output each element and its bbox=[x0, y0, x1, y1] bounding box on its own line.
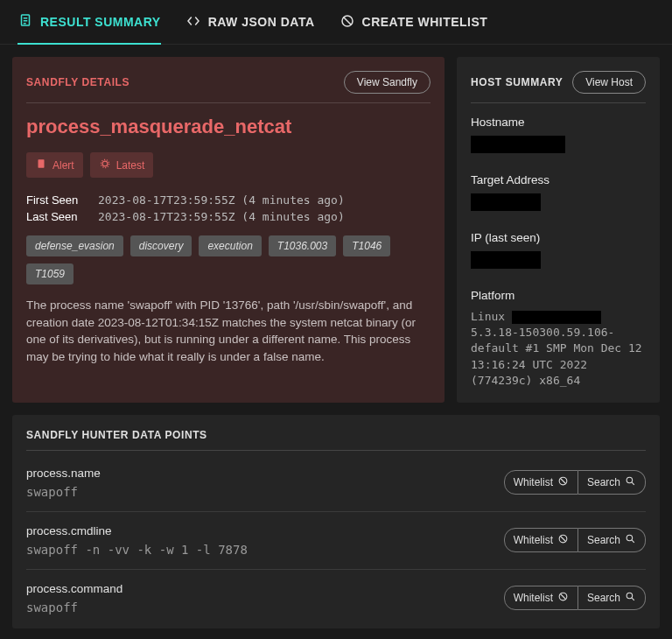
view-host-button[interactable]: View Host bbox=[572, 71, 646, 94]
whitelist-button[interactable]: Whitelist bbox=[504, 528, 578, 552]
tag-t1046[interactable]: T1046 bbox=[343, 235, 390, 256]
data-point-key: process.cmdline bbox=[26, 524, 494, 537]
tab-create-whitelist[interactable]: CREATE WHITELIST bbox=[340, 0, 488, 44]
data-point-key: process.name bbox=[26, 467, 494, 480]
sandfly-title: process_masquerade_netcat bbox=[26, 116, 430, 138]
hunter-heading: SANDFLY HUNTER DATA POINTS bbox=[26, 429, 646, 451]
tag-discovery[interactable]: discovery bbox=[130, 235, 192, 256]
view-sandfly-button[interactable]: View Sandfly bbox=[344, 71, 430, 94]
svg-point-6 bbox=[626, 478, 633, 484]
tab-result-summary[interactable]: RESULT SUMMARY bbox=[18, 0, 161, 45]
sandfly-description: The process name 'swapoff' with PID '137… bbox=[26, 297, 430, 365]
sandfly-details-panel: SANDFLY DETAILS View Sandfly process_mas… bbox=[12, 57, 444, 403]
alert-pill: Alert bbox=[26, 152, 83, 178]
svg-rect-2 bbox=[38, 159, 45, 167]
platform-value: Linux 5.3.18-150300.59.106-default #1 SM… bbox=[471, 309, 646, 389]
target-address-label: Target Address bbox=[471, 173, 646, 186]
data-point-value: swapoff -n -vv -k -w 1 -l 7878 bbox=[26, 543, 494, 557]
host-summary-heading: HOST SUMMARY bbox=[471, 76, 563, 88]
prohibit-icon bbox=[557, 533, 569, 547]
data-point-value: swapoff bbox=[26, 600, 494, 614]
clipboard-icon bbox=[18, 12, 33, 31]
code-icon bbox=[186, 13, 201, 32]
last-seen-label: Last Seen bbox=[26, 210, 84, 223]
tab-label: RESULT SUMMARY bbox=[40, 15, 161, 29]
search-button[interactable]: Search bbox=[578, 528, 646, 552]
tag-execution[interactable]: execution bbox=[199, 235, 261, 256]
first-seen-label: First Seen bbox=[26, 193, 84, 207]
tag-t1036-003[interactable]: T1036.003 bbox=[269, 235, 336, 256]
data-point-value: swapoff bbox=[26, 485, 494, 499]
data-point-key: process.command bbox=[26, 582, 494, 595]
whitelist-button[interactable]: Whitelist bbox=[504, 586, 578, 610]
target-address-value-redacted bbox=[471, 193, 541, 211]
prohibit-icon bbox=[557, 475, 569, 489]
clipboard-icon bbox=[35, 158, 47, 172]
data-point-row: process.cmdlineswapoff -n -vv -k -w 1 -l… bbox=[26, 512, 646, 570]
tab-label: RAW JSON DATA bbox=[208, 15, 315, 29]
data-point-row: process.nameswapoffWhitelistSearch bbox=[26, 454, 646, 512]
svg-point-8 bbox=[626, 536, 633, 542]
tag-defense_evasion[interactable]: defense_evasion bbox=[26, 235, 123, 256]
hunter-data-points-panel: SANDFLY HUNTER DATA POINTS process.names… bbox=[12, 415, 660, 628]
search-icon bbox=[625, 533, 636, 547]
ip-value-redacted bbox=[471, 251, 541, 269]
search-button[interactable]: Search bbox=[578, 470, 646, 495]
svg-point-10 bbox=[626, 593, 633, 600]
ip-last-seen-label: IP (last seen) bbox=[471, 231, 646, 244]
data-point-row: process.commandswapoffWhitelistSearch bbox=[26, 570, 646, 614]
last-seen-value: 2023-08-17T23:59:55Z (4 minutes ago) bbox=[98, 210, 345, 223]
bug-icon bbox=[99, 158, 111, 172]
tab-raw-json[interactable]: RAW JSON DATA bbox=[186, 0, 315, 44]
search-icon bbox=[625, 475, 636, 489]
tab-label: CREATE WHITELIST bbox=[362, 15, 488, 29]
prohibit-icon bbox=[557, 591, 569, 605]
latest-pill: Latest bbox=[90, 152, 154, 178]
whitelist-button[interactable]: Whitelist bbox=[504, 470, 578, 495]
first-seen-value: 2023-08-17T23:59:55Z (4 minutes ago) bbox=[98, 193, 345, 207]
host-summary-panel: HOST SUMMARY View Host Hostname Target A… bbox=[457, 57, 660, 403]
prohibit-icon bbox=[340, 13, 355, 32]
platform-label: Platform bbox=[471, 289, 646, 302]
tag-t1059[interactable]: T1059 bbox=[26, 263, 74, 284]
svg-point-3 bbox=[102, 161, 108, 166]
search-icon bbox=[625, 591, 636, 605]
search-button[interactable]: Search bbox=[578, 586, 646, 610]
hostname-value-redacted bbox=[471, 136, 565, 153]
sandfly-details-heading: SANDFLY DETAILS bbox=[26, 76, 130, 88]
hostname-label: Hostname bbox=[471, 116, 646, 129]
